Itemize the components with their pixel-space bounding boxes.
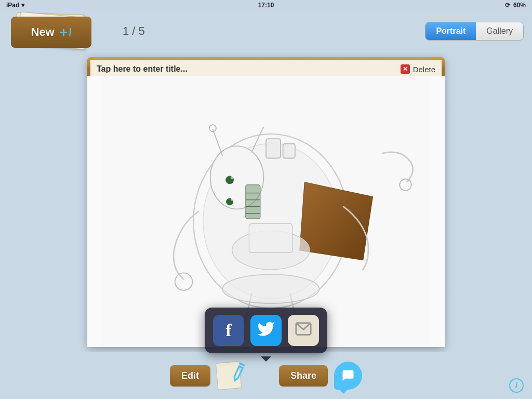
svg-point-9 <box>231 198 234 201</box>
canvas-frame: Tap here to enter title... ✕ Delete <box>87 57 445 347</box>
new-btn-main: New + / <box>11 17 91 48</box>
canvas-title[interactable]: Tap here to enter title... <box>97 64 188 74</box>
share-popup: f <box>205 308 327 353</box>
status-time: 17:10 <box>258 2 274 9</box>
pencil-icon: / <box>67 26 73 38</box>
svg-rect-25 <box>283 144 295 158</box>
status-right: ⟳ 60% <box>505 2 526 9</box>
portrait-button[interactable]: Portrait <box>425 22 476 40</box>
plus-icon: + <box>60 24 68 41</box>
share-bubble-icon <box>334 362 362 390</box>
ipad-label: iPad <box>6 2 19 9</box>
twitter-icon <box>257 320 275 342</box>
share-label: Share <box>279 365 328 387</box>
email-share-button[interactable] <box>288 315 319 346</box>
email-icon <box>295 320 312 341</box>
rotation-icon: ⟳ <box>505 2 510 9</box>
battery-label: 60% <box>513 2 526 9</box>
twitter-share-button[interactable] <box>250 315 282 346</box>
robot-sketch <box>87 76 445 347</box>
facebook-icon: f <box>225 321 231 340</box>
svg-rect-23 <box>249 223 292 252</box>
delete-button[interactable]: ✕ Delete <box>401 64 435 74</box>
status-bar: iPad ▾ 17:10 ⟳ 60% <box>0 0 532 10</box>
top-bar: New + / 1 / 5 Portrait Gallery <box>0 10 532 52</box>
page-counter: 1 / 5 <box>123 24 145 38</box>
new-label: New <box>31 25 55 39</box>
gallery-button[interactable]: Gallery <box>476 22 523 40</box>
view-toggle: Portrait Gallery <box>425 22 524 41</box>
share-button[interactable]: Share <box>279 362 362 390</box>
new-icon: + / <box>60 24 72 41</box>
wifi-icon: ▾ <box>21 2 24 9</box>
delete-x-icon: ✕ <box>401 64 410 74</box>
svg-point-6 <box>231 176 234 179</box>
delete-label: Delete <box>413 65 435 74</box>
canvas-drawing-area[interactable]: 19.09... <box>87 76 445 347</box>
info-button[interactable]: i <box>509 378 524 393</box>
edit-icon <box>217 360 248 391</box>
edit-label: Edit <box>170 365 210 387</box>
info-icon: i <box>515 381 517 390</box>
svg-rect-24 <box>266 139 281 158</box>
svg-point-22 <box>222 274 319 303</box>
facebook-share-button[interactable]: f <box>213 315 244 346</box>
status-left: iPad ▾ <box>6 2 24 9</box>
new-button[interactable]: New + / <box>8 12 107 50</box>
edit-button[interactable]: Edit <box>170 360 248 391</box>
svg-line-28 <box>241 363 244 366</box>
